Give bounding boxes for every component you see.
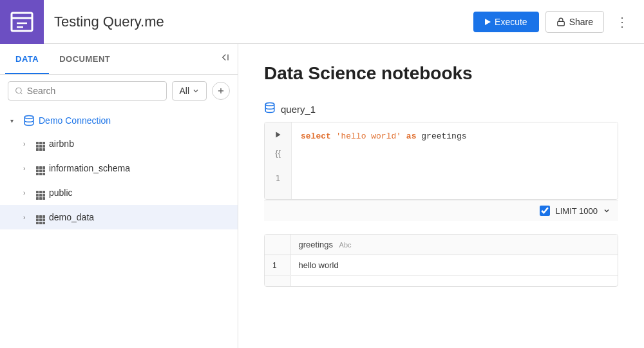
header-actions: Execute Share ⋮ — [473, 11, 634, 33]
more-button[interactable]: ⋮ — [611, 12, 634, 32]
collapse-sidebar-button[interactable] — [216, 49, 232, 69]
public-label: public — [49, 188, 73, 198]
tab-data[interactable]: DATA — [5, 45, 49, 74]
table-row-empty — [265, 276, 618, 287]
limit-checkbox[interactable] — [540, 206, 550, 216]
svg-line-7 — [21, 92, 22, 93]
share-button[interactable]: Share — [545, 11, 604, 33]
share-label: Share — [569, 17, 593, 27]
page-title: Data Science notebooks — [264, 63, 618, 84]
tab-document[interactable]: DOCUMENT — [49, 45, 120, 74]
template-button[interactable]: {{ — [274, 147, 282, 159]
code-as-keyword: as — [406, 131, 417, 141]
run-icon — [274, 131, 282, 139]
row-number-cell: 1 — [265, 255, 290, 276]
svg-point-6 — [16, 88, 22, 93]
schema-airbnb[interactable]: › airbnb — [0, 131, 238, 156]
column-name: greetings — [299, 240, 333, 249]
execute-label: Execute — [495, 17, 527, 27]
schema-information-schema[interactable]: › information_schema — [0, 156, 238, 180]
search-filter-dropdown[interactable]: All — [172, 81, 207, 101]
connection-label: Demo Connection — [39, 115, 111, 126]
airbnb-chevron: › — [23, 140, 32, 148]
run-query-button[interactable] — [273, 129, 283, 142]
connection-db-icon — [23, 115, 35, 126]
empty-cell — [558, 255, 618, 276]
svg-rect-4 — [557, 21, 564, 25]
query-name: query_1 — [281, 104, 316, 115]
schema-demo-data[interactable]: › demo_data — [0, 205, 238, 229]
main-content: DATA DOCUMENT All — [0, 44, 644, 348]
search-icon — [15, 86, 23, 95]
airbnb-label: airbnb — [49, 139, 74, 149]
code-string: 'hello world' — [336, 131, 401, 141]
demo-data-table-icon — [36, 210, 45, 224]
empty-data-cell-2 — [558, 276, 618, 287]
execute-button[interactable]: Execute — [473, 12, 539, 32]
app-title: Testing Query.me — [54, 14, 473, 30]
results-table: greetings Abc 1 hello world — [264, 234, 618, 287]
chevron-down-icon — [192, 87, 200, 95]
svg-point-11 — [265, 103, 274, 106]
database-tree: ▾ Demo Connection › airbnb — [0, 107, 238, 232]
query-gutter: {{ 1 — [265, 122, 292, 199]
greetings-cell: hello world — [290, 255, 558, 276]
line-numbers: 1 — [276, 164, 281, 193]
schema-public[interactable]: › public — [0, 180, 238, 205]
app-header: Testing Query.me Execute Share ⋮ — [0, 0, 644, 44]
line-number-1: 1 — [276, 171, 281, 186]
query-header: query_1 — [264, 102, 618, 117]
information-schema-table-icon — [36, 161, 45, 175]
empty-data-cell — [290, 276, 558, 287]
query-block: query_1 {{ 1 select — [264, 102, 618, 221]
search-area: All — [0, 75, 238, 107]
sidebar-tabs: DATA DOCUMENT — [0, 44, 238, 75]
search-input[interactable] — [27, 86, 160, 96]
demo-data-label: demo_data — [49, 212, 94, 222]
query-code-area[interactable]: select 'hello world' as greetings — [292, 122, 618, 199]
table-row: 1 hello world — [265, 255, 618, 276]
code-field: greetings — [421, 131, 466, 141]
app-logo — [0, 0, 44, 44]
airbnb-table-icon — [36, 137, 45, 151]
lock-icon — [556, 17, 565, 26]
add-button[interactable] — [212, 82, 230, 100]
limit-label: LIMIT 1000 — [555, 206, 598, 216]
search-filter-label: All — [179, 86, 189, 96]
greetings-column-header: greetings Abc — [290, 235, 558, 255]
plus-icon — [216, 86, 225, 95]
demo-data-chevron: › — [23, 214, 32, 221]
information-schema-chevron: › — [23, 165, 32, 172]
svg-marker-12 — [276, 132, 280, 138]
query-db-icon — [264, 102, 276, 117]
collapse-icon — [218, 52, 230, 63]
search-box[interactable] — [8, 81, 167, 101]
query-editor: {{ 1 select 'hello world' as greetings — [264, 122, 618, 200]
play-icon — [485, 19, 491, 25]
public-chevron: › — [23, 189, 32, 197]
row-number-header — [265, 235, 290, 255]
query-footer: LIMIT 1000 — [264, 200, 618, 221]
information-schema-label: information_schema — [49, 163, 130, 173]
sidebar: DATA DOCUMENT All — [0, 44, 238, 348]
empty-column-header — [558, 235, 618, 255]
svg-rect-0 — [12, 13, 32, 31]
connection-item[interactable]: ▾ Demo Connection — [0, 110, 238, 131]
column-type: Abc — [339, 241, 352, 249]
row-number-empty — [265, 276, 290, 287]
public-table-icon — [36, 186, 45, 200]
svg-point-10 — [24, 116, 33, 119]
content-area: Data Science notebooks query_1 — [238, 44, 644, 348]
code-select-keyword: select — [301, 131, 331, 141]
logo-icon — [10, 10, 33, 34]
connection-chevron: ▾ — [10, 117, 19, 124]
limit-chevron-icon[interactable] — [603, 207, 611, 215]
